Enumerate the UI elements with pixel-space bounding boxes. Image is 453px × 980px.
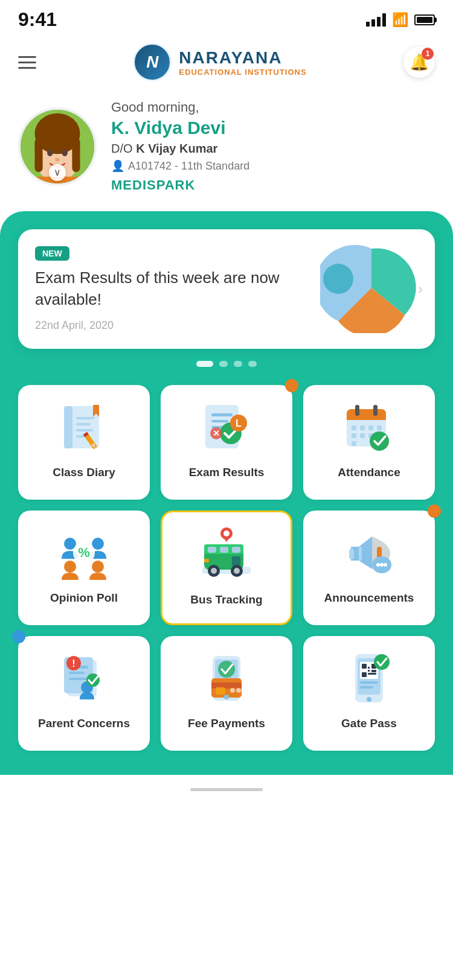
svg-rect-38 [352, 433, 356, 438]
parent-info: D/O K Vijay Kumar [111, 142, 435, 156]
svg-text:L: L [236, 418, 242, 428]
attendance-label: Attendance [338, 466, 400, 479]
notification-badge: 1 [422, 48, 434, 60]
svg-point-43 [370, 431, 389, 451]
svg-rect-77 [69, 678, 87, 680]
menu-item-fee-payments[interactable]: Fee Payments [161, 636, 292, 751]
menu-item-bus-tracking[interactable]: Bus Tracking [161, 511, 292, 625]
svg-rect-55 [232, 547, 240, 553]
svg-rect-99 [371, 670, 376, 672]
menu-item-exam-results[interactable]: L ✕ Exam Results [161, 385, 292, 500]
svg-rect-36 [368, 425, 373, 430]
svg-text:✕: ✕ [213, 428, 220, 438]
svg-rect-64 [204, 559, 209, 562]
avatar-dropdown-button[interactable]: ∨ [49, 164, 66, 181]
greeting-text: Good morning, [111, 100, 435, 115]
svg-point-46 [64, 561, 76, 573]
svg-point-71 [384, 563, 387, 567]
menu-item-class-diary[interactable]: Class Diary [18, 385, 150, 500]
svg-rect-3 [34, 138, 42, 171]
svg-point-6 [62, 149, 68, 156]
svg-rect-53 [208, 547, 216, 553]
bottom-bar [0, 775, 453, 805]
svg-rect-96 [362, 672, 367, 677]
svg-point-62 [223, 530, 230, 536]
bus-tracking-label: Bus Tracking [190, 593, 262, 606]
svg-rect-65 [359, 547, 362, 561]
exam-results-icon: L ✕ [196, 397, 257, 457]
svg-rect-102 [360, 686, 373, 689]
gate-pass-label: Gate Pass [341, 717, 397, 730]
attendance-icon [339, 397, 399, 457]
carousel-dot-2[interactable] [219, 361, 228, 367]
menu-item-opinion-poll[interactable]: % Opinion Poll [18, 511, 150, 625]
announcements-dot [428, 504, 441, 518]
announcements-label: Announcements [324, 591, 414, 605]
main-content-area: NEW Exam Results of this week are now av… [0, 211, 453, 775]
svg-rect-14 [76, 429, 93, 431]
carousel-dot-1[interactable] [196, 361, 213, 367]
menu-grid: Class Diary L [18, 385, 435, 751]
svg-rect-31 [347, 415, 386, 420]
svg-rect-101 [360, 681, 378, 684]
svg-rect-56 [232, 556, 240, 566]
student-name: K. Vidya Devi [111, 118, 435, 138]
fee-payments-label: Fee Payments [188, 717, 265, 730]
profile-section: ∨ Good morning, K. Vidya Devi D/O K Vija… [0, 94, 453, 211]
announcements-icon [339, 523, 399, 583]
wifi-icon: 📶 [392, 12, 408, 28]
svg-point-69 [376, 563, 380, 567]
menu-item-gate-pass[interactable]: Gate Pass [303, 636, 435, 751]
class-diary-icon [54, 397, 114, 457]
svg-point-60 [234, 568, 240, 574]
logo-circle: N [133, 43, 172, 81]
banner-title: Exam Results of this week are now availa… [35, 267, 284, 311]
opinion-poll-icon: % [54, 523, 114, 583]
svg-point-5 [47, 149, 53, 156]
student-id: 👤 A101742 - 11th Standard [111, 159, 435, 173]
status-time: 9:41 [18, 8, 57, 31]
banner-card[interactable]: NEW Exam Results of this week are now av… [18, 229, 435, 349]
notification-button[interactable]: 🔔 1 [403, 46, 435, 78]
svg-rect-94 [362, 664, 367, 669]
svg-rect-32 [355, 405, 359, 416]
avatar-container[interactable]: ∨ [18, 107, 97, 186]
svg-point-47 [92, 561, 104, 573]
menu-item-attendance[interactable]: Attendance [303, 385, 435, 500]
menu-item-parent-concerns[interactable]: ! Parent Concerns [18, 636, 150, 751]
svg-text:%: % [78, 545, 90, 560]
exam-results-dot [285, 379, 298, 392]
svg-rect-21 [211, 413, 233, 416]
svg-rect-33 [373, 405, 378, 416]
exam-results-label: Exam Results [189, 466, 265, 479]
svg-rect-39 [360, 433, 365, 438]
svg-rect-42 [352, 441, 356, 446]
logo-text: NARAYANA EDUCATIONAL INSTITUTIONS [179, 48, 306, 77]
menu-item-announcements[interactable]: Announcements [303, 511, 435, 625]
svg-marker-63 [223, 538, 230, 542]
carousel-dots [18, 361, 435, 367]
svg-rect-72 [349, 549, 354, 559]
signal-icon [366, 13, 386, 27]
svg-rect-35 [360, 425, 365, 430]
battery-icon [414, 14, 435, 25]
header: N NARAYANA EDUCATIONAL INSTITUTIONS 🔔 1 [0, 37, 453, 94]
home-indicator [190, 788, 263, 791]
carousel-dot-4[interactable] [248, 361, 257, 367]
opinion-poll-label: Opinion Poll [50, 591, 118, 605]
logo-subtitle: EDUCATIONAL INSTITUTIONS [179, 68, 306, 77]
menu-button[interactable] [18, 56, 36, 69]
svg-rect-85 [211, 682, 242, 689]
parent-concerns-dot [12, 630, 25, 643]
carousel-dot-3[interactable] [234, 361, 242, 367]
parent-concerns-icon: ! [54, 648, 114, 708]
svg-point-104 [367, 697, 371, 702]
svg-point-90 [224, 695, 229, 699]
class-diary-label: Class Diary [53, 466, 115, 479]
svg-rect-4 [72, 138, 80, 171]
status-bar: 9:41 📶 [0, 0, 453, 37]
svg-rect-34 [352, 425, 356, 430]
svg-rect-97 [368, 667, 370, 669]
svg-rect-11 [64, 406, 72, 448]
banner-date: 22nd April, 2020 [35, 319, 418, 332]
